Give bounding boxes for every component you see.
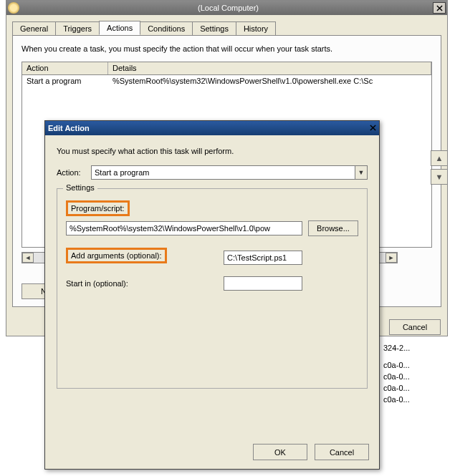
reorder-buttons: ▲ ▼ bbox=[431, 150, 448, 185]
tab-strip: General Triggers Actions Conditions Sett… bbox=[12, 21, 441, 35]
list-item: c0a-0... bbox=[383, 382, 448, 394]
tab-settings[interactable]: Settings bbox=[192, 21, 236, 35]
col-action[interactable]: Action bbox=[22, 62, 108, 74]
browse-button[interactable]: Browse... bbox=[308, 220, 358, 236]
close-icon bbox=[436, 5, 443, 11]
main-footer-buttons: Cancel bbox=[389, 319, 441, 335]
tab-triggers[interactable]: Triggers bbox=[55, 21, 100, 35]
chevron-down-icon: ▼ bbox=[436, 173, 444, 181]
main-titlebar: (Local Computer) bbox=[6, 1, 447, 15]
dialog-cancel-button[interactable]: Cancel bbox=[315, 444, 369, 460]
move-up-button[interactable]: ▲ bbox=[431, 150, 448, 166]
dialog-title: Edit Action bbox=[48, 124, 90, 132]
table-row[interactable]: Start a program %SystemRoot%\system32\Wi… bbox=[22, 75, 431, 88]
clock-icon bbox=[8, 2, 19, 14]
cell-details: %SystemRoot%\system32\WindowsPowerShell\… bbox=[108, 75, 431, 88]
dialog-description: You must specify what action this task w… bbox=[57, 147, 368, 155]
action-label: Action: bbox=[57, 168, 91, 177]
close-icon bbox=[370, 125, 376, 131]
program-label: Program/script: bbox=[66, 200, 130, 216]
program-input[interactable] bbox=[66, 221, 302, 235]
settings-group: Settings Program/script: Browse... Add a… bbox=[57, 188, 368, 389]
dialog-footer: OK Cancel bbox=[253, 444, 369, 460]
chevron-right-icon: ► bbox=[388, 254, 395, 261]
tab-history[interactable]: History bbox=[236, 21, 276, 35]
main-cancel-button[interactable]: Cancel bbox=[389, 319, 441, 335]
chevron-left-icon: ◄ bbox=[25, 254, 32, 261]
dialog-titlebar: Edit Action bbox=[45, 121, 379, 135]
panel-description: When you create a task, you must specify… bbox=[21, 44, 432, 53]
chevron-down-icon: ▼ bbox=[355, 166, 367, 179]
list-item: c0a-0... bbox=[383, 371, 448, 382]
list-item: c0a-0... bbox=[383, 359, 448, 371]
chevron-up-icon: ▲ bbox=[436, 154, 444, 162]
arguments-input[interactable] bbox=[224, 251, 302, 265]
tab-actions[interactable]: Actions bbox=[99, 21, 140, 35]
window-title: (Local Computer) bbox=[24, 4, 433, 12]
action-select[interactable]: Start a program ▼ bbox=[91, 165, 368, 180]
col-details[interactable]: Details bbox=[108, 62, 431, 74]
arguments-label: Add arguments (optional): bbox=[66, 248, 167, 263]
tab-general[interactable]: General bbox=[12, 21, 56, 35]
table-header: Action Details bbox=[22, 62, 431, 75]
list-item: c0a-0... bbox=[383, 394, 448, 405]
group-legend: Settings bbox=[63, 183, 97, 192]
edit-action-dialog: Edit Action You must specify what action… bbox=[44, 120, 380, 470]
close-button[interactable] bbox=[433, 2, 446, 14]
dialog-body: You must specify what action this task w… bbox=[45, 135, 379, 400]
ok-button[interactable]: OK bbox=[253, 444, 307, 460]
scroll-right-button[interactable]: ► bbox=[385, 253, 397, 263]
move-down-button[interactable]: ▼ bbox=[431, 169, 448, 185]
dialog-close-button[interactable] bbox=[370, 124, 376, 132]
action-select-value: Start a program bbox=[95, 168, 149, 177]
startin-label: Start in (optional): bbox=[66, 279, 128, 288]
cell-action: Start a program bbox=[22, 75, 108, 88]
list-item: 324-2... bbox=[383, 342, 448, 354]
tab-conditions[interactable]: Conditions bbox=[140, 21, 193, 35]
startin-input[interactable] bbox=[224, 276, 302, 291]
background-guid-list: 324-2... c0a-0... c0a-0... c0a-0... c0a-… bbox=[383, 342, 448, 405]
scroll-left-button[interactable]: ◄ bbox=[22, 253, 34, 263]
